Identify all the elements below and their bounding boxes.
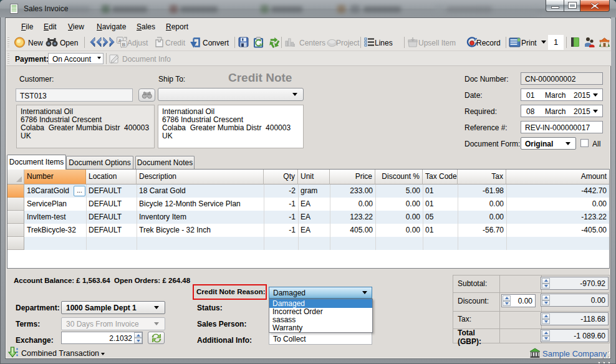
svg-text:B: B bbox=[122, 42, 126, 47]
